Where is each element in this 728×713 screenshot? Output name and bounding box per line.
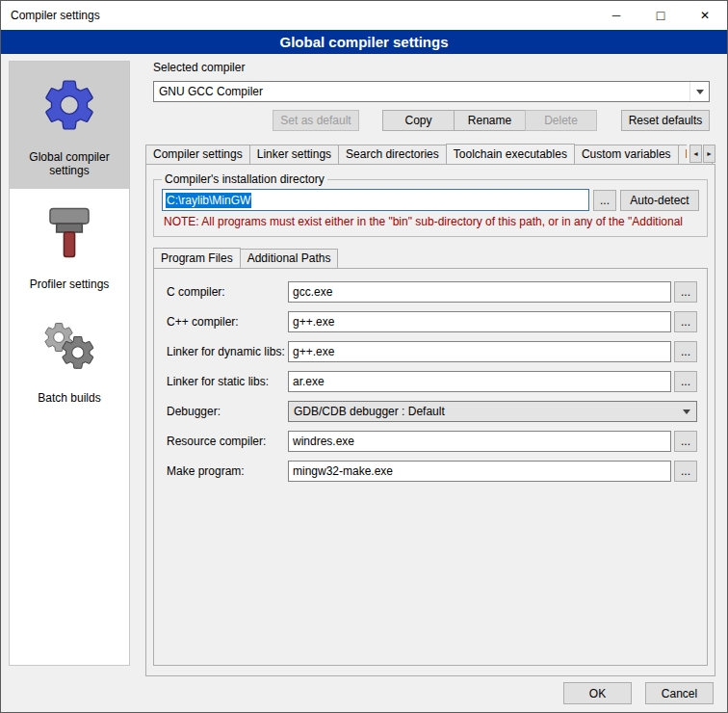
cpp-compiler-input[interactable] xyxy=(288,311,671,332)
debugger-combobox-value: GDB/CDB debugger : Default xyxy=(289,405,677,418)
settings-sidebar: Global compiler settings Profiler settin… xyxy=(9,61,130,666)
tab-scroll-buttons: ◄ ► xyxy=(687,145,715,163)
installation-directory-group: Compiler's installation directory C:\ray… xyxy=(153,172,708,237)
window-controls: ─ □ ✕ xyxy=(594,1,727,30)
make-program-row: Make program: ... xyxy=(167,461,697,482)
minimize-button[interactable]: ─ xyxy=(594,1,638,30)
c-compiler-row: C compiler: ... xyxy=(167,281,697,303)
compiler-actions: Set as default Copy Rename Delete Reset … xyxy=(153,110,710,131)
subtab-program-files[interactable]: Program Files xyxy=(153,248,241,268)
static-linker-label: Linker for static libs: xyxy=(167,375,288,388)
debugger-row: Debugger: GDB/CDB debugger : Default xyxy=(167,401,697,422)
tab-search-directories[interactable]: Search directories xyxy=(338,145,447,164)
static-linker-input[interactable] xyxy=(288,371,671,392)
sidebar-item-profiler-settings[interactable]: Profiler settings xyxy=(10,189,129,303)
compiler-combobox[interactable]: GNU GCC Compiler xyxy=(153,81,710,102)
c-compiler-browse-button[interactable]: ... xyxy=(674,281,697,303)
gray-gears-icon xyxy=(13,312,126,380)
tab-toolchain-executables[interactable]: Toolchain executables xyxy=(446,144,575,164)
dynamic-linker-row: Linker for dynamic libs: ... xyxy=(167,341,697,362)
program-files-tabstrip: Program Files Additional Paths xyxy=(153,247,708,268)
sidebar-item-label: Batch builds xyxy=(13,391,126,405)
note-text: NOTE: All programs must exist either in … xyxy=(164,215,697,228)
titlebar: Compiler settings ─ □ ✕ xyxy=(1,1,727,30)
static-linker-row: Linker for static libs: ... xyxy=(167,371,697,392)
sidebar-item-label: Global compiler settings xyxy=(13,150,126,177)
tab-scroll-left-button[interactable]: ◄ xyxy=(689,145,702,163)
compiler-combobox-value: GNU GCC Compiler xyxy=(154,85,689,98)
installation-directory-browse-button[interactable]: ... xyxy=(593,190,616,211)
compiler-settings-window: Compiler settings ─ □ ✕ Global compiler … xyxy=(0,0,728,713)
chevron-down-icon xyxy=(677,402,696,421)
make-program-browse-button[interactable]: ... xyxy=(674,461,697,482)
installation-directory-group-title: Compiler's installation directory xyxy=(162,172,327,186)
settings-tabstrip: Compiler settings Linker settings Search… xyxy=(145,143,715,164)
resource-compiler-input[interactable] xyxy=(288,431,671,452)
rename-button[interactable]: Rename xyxy=(454,110,526,131)
cpp-compiler-row: C++ compiler: ... xyxy=(167,311,697,332)
make-program-label: Make program: xyxy=(167,464,288,478)
c-compiler-label: C compiler: xyxy=(167,285,288,299)
dynamic-linker-input[interactable] xyxy=(288,341,671,362)
program-files-panel: C compiler: ... C++ compiler: ... Linker… xyxy=(153,268,708,666)
cpp-compiler-browse-button[interactable]: ... xyxy=(674,311,697,332)
auto-detect-button[interactable]: Auto-detect xyxy=(620,190,699,211)
sidebar-item-batch-builds[interactable]: Batch builds xyxy=(10,303,129,416)
make-program-input[interactable] xyxy=(288,461,671,482)
set-as-default-button[interactable]: Set as default xyxy=(273,110,359,131)
tab-scroll-right-button[interactable]: ► xyxy=(703,145,715,163)
close-button[interactable]: ✕ xyxy=(683,1,727,30)
installation-directory-row: C:\raylib\MinGW ... Auto-detect xyxy=(162,189,699,211)
tab-linker-settings[interactable]: Linker settings xyxy=(249,145,339,164)
sidebar-item-global-compiler-settings[interactable]: Global compiler settings xyxy=(10,62,129,189)
tab-custom-variables[interactable]: Custom variables xyxy=(574,145,679,164)
window-title: Compiler settings xyxy=(1,9,100,22)
main-panel: Selected compiler GNU GCC Compiler Set a… xyxy=(145,59,715,676)
blue-gear-icon xyxy=(13,71,126,139)
static-linker-browse-button[interactable]: ... xyxy=(674,371,697,392)
resource-compiler-row: Resource compiler: ... xyxy=(167,431,697,452)
toolchain-tab-panel: Compiler's installation directory C:\ray… xyxy=(145,164,715,676)
installation-directory-input[interactable]: C:\raylib\MinGW xyxy=(162,189,589,211)
ok-button[interactable]: OK xyxy=(563,682,632,704)
dynamic-linker-browse-button[interactable]: ... xyxy=(674,341,697,362)
debugger-label: Debugger: xyxy=(167,405,288,418)
debugger-combobox[interactable]: GDB/CDB debugger : Default xyxy=(288,401,697,422)
delete-button[interactable]: Delete xyxy=(525,110,597,131)
cancel-button[interactable]: Cancel xyxy=(645,682,714,704)
reset-defaults-button[interactable]: Reset defaults xyxy=(621,110,710,131)
c-compiler-input[interactable] xyxy=(288,281,671,303)
subtab-additional-paths[interactable]: Additional Paths xyxy=(240,249,339,268)
copy-button[interactable]: Copy xyxy=(382,110,455,131)
chevron-down-icon xyxy=(689,82,709,101)
tab-compiler-settings[interactable]: Compiler settings xyxy=(145,145,250,164)
dynamic-linker-label: Linker for dynamic libs: xyxy=(167,345,288,358)
resource-compiler-browse-button[interactable]: ... xyxy=(674,431,697,452)
cpp-compiler-label: C++ compiler: xyxy=(167,315,288,329)
selected-compiler-label: Selected compiler xyxy=(153,61,715,74)
profiler-icon xyxy=(13,198,126,266)
dialog-header: Global compiler settings xyxy=(1,30,727,54)
sidebar-item-label: Profiler settings xyxy=(13,277,126,291)
resource-compiler-label: Resource compiler: xyxy=(167,435,288,448)
dialog-footer: OK Cancel xyxy=(563,682,714,704)
installation-directory-value: C:\raylib\MinGW xyxy=(166,193,251,208)
maximize-button[interactable]: □ xyxy=(638,1,683,30)
